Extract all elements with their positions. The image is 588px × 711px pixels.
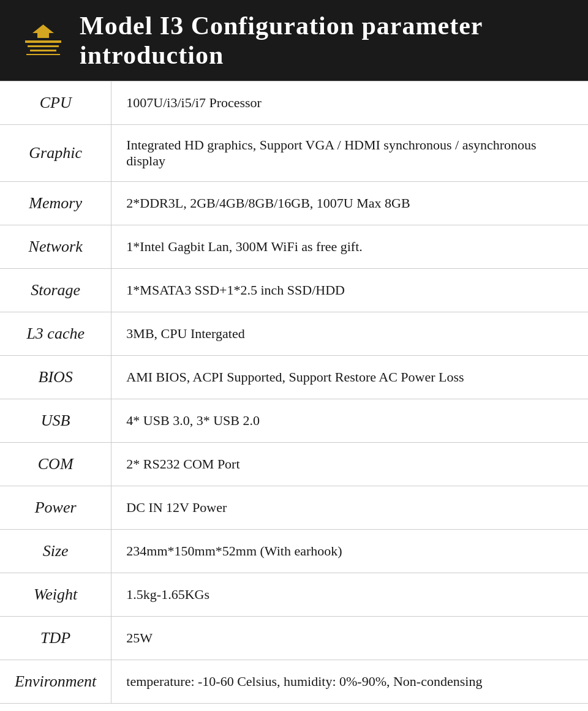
spec-value: temperature: -10-60 Celsius, humidity: 0… [111,660,588,704]
spec-label: COM [0,443,111,486]
table-row: Memory2*DDR3L, 2GB/4GB/8GB/16GB, 1007U M… [0,182,588,225]
spec-label: Graphic [0,125,111,182]
spec-label: Network [0,225,111,269]
table-row: Environmenttemperature: -10-60 Celsius, … [0,660,588,704]
spec-value: 234mm*150mm*52mm (With earhook) [111,530,588,573]
spec-label: BIOS [0,356,111,399]
spec-label: Power [0,486,111,530]
spec-value: DC IN 12V Power [111,486,588,530]
spec-value: Integrated HD graphics, Support VGA / HD… [111,125,588,182]
spec-value: AMI BIOS, ACPI Supported, Support Restor… [111,356,588,399]
spec-label: Environment [0,660,111,704]
table-row: L3 cache3MB, CPU Intergated [0,312,588,356]
spec-label: USB [0,399,111,443]
spec-value: 2* RS232 COM Port [111,443,588,486]
table-row: GraphicIntegrated HD graphics, Support V… [0,125,588,182]
table-row: Network1*Intel Gagbit Lan, 300M WiFi as … [0,225,588,269]
spec-value: 1*Intel Gagbit Lan, 300M WiFi as free gi… [111,225,588,269]
spec-label: Weight [0,573,111,617]
table-row: USB4* USB 3.0, 3* USB 2.0 [0,399,588,443]
spec-label: Size [0,530,111,573]
spec-label: L3 cache [0,312,111,356]
svg-rect-2 [25,40,61,43]
logo [18,21,67,61]
svg-rect-3 [28,45,59,47]
spec-value: 4* USB 3.0, 3* USB 2.0 [111,399,588,443]
spec-label: Storage [0,269,111,312]
table-row: COM2* RS232 COM Port [0,443,588,486]
page-title: Model I3 Configuration parameter introdu… [80,11,570,70]
table-row: CPU1007U/i3/i5/i7 Processor [0,81,588,125]
table-row: Weight1.5kg-1.65KGs [0,573,588,617]
table-row: PowerDC IN 12V Power [0,486,588,530]
svg-rect-1 [37,33,49,38]
spec-label: CPU [0,81,111,125]
table-row: BIOSAMI BIOS, ACPI Supported, Support Re… [0,356,588,399]
spec-value: 2*DDR3L, 2GB/4GB/8GB/16GB, 1007U Max 8GB [111,182,588,225]
table-row: Storage1*MSATA3 SSD+1*2.5 inch SSD/HDD [0,269,588,312]
spec-label: Memory [0,182,111,225]
svg-rect-4 [30,50,56,51]
svg-rect-5 [26,54,60,55]
spec-value: 1.5kg-1.65KGs [111,573,588,617]
table-row: Size234mm*150mm*52mm (With earhook) [0,530,588,573]
spec-label: TDP [0,617,111,660]
spec-table: CPU1007U/i3/i5/i7 ProcessorGraphicIntegr… [0,81,588,704]
page-header: Model I3 Configuration parameter introdu… [0,0,588,81]
spec-value: 25W [111,617,588,660]
spec-value: 1007U/i3/i5/i7 Processor [111,81,588,125]
spec-value: 3MB, CPU Intergated [111,312,588,356]
svg-marker-0 [32,24,54,33]
table-row: TDP25W [0,617,588,660]
spec-value: 1*MSATA3 SSD+1*2.5 inch SSD/HDD [111,269,588,312]
